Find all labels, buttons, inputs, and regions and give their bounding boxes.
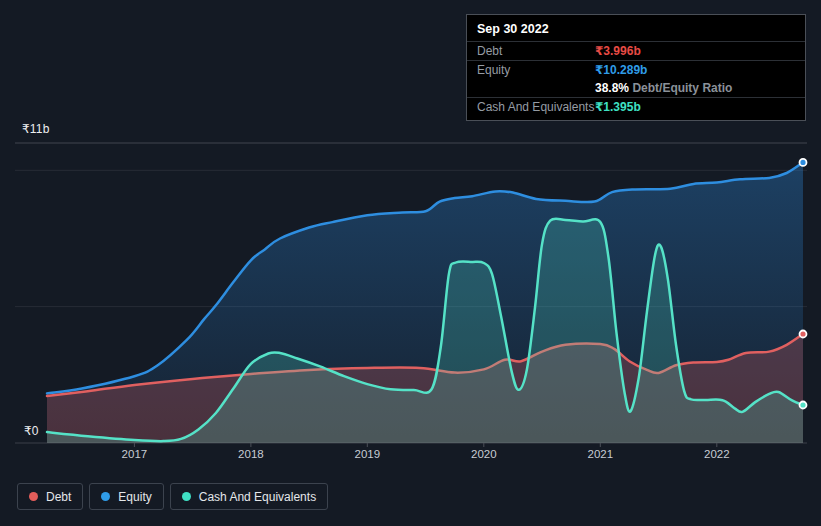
legend-item-cash[interactable]: Cash And Equivalents [170,483,328,510]
legend-item-label: Debt [46,490,71,504]
tooltip-row-equity: Equity ₹10.289b [467,61,805,79]
tooltip-row-debt: Debt ₹3.996b [467,42,805,61]
cash-end-marker[interactable] [800,402,807,409]
equity-legend-dot-icon [101,492,110,501]
x-axis-label-2021: 2021 [588,448,614,460]
debt-equity-ratio-label: Debt/Equity Ratio [632,81,732,95]
tooltip-date: Sep 30 2022 [467,15,805,42]
cash-legend-dot-icon [182,492,191,501]
tooltip-cash-value: ₹1.395b [595,100,641,114]
y-axis-label-zero: ₹0 [24,424,39,438]
debt-end-marker[interactable] [800,331,807,338]
tooltip-debt-label: Debt [477,44,595,58]
legend-item-label: Equity [118,490,151,504]
debt-equity-ratio-value: 38.8% [595,81,629,95]
x-axis-label-2019: 2019 [355,448,381,460]
debt-legend-dot-icon [29,492,38,501]
legend-item-debt[interactable]: Debt [17,483,83,510]
tooltip-row-ratio: 38.8% Debt/Equity Ratio [467,79,805,98]
tooltip-debt-value: ₹3.996b [595,44,641,58]
x-axis-label-2018: 2018 [238,448,264,460]
y-axis-label-top: ₹11b [22,122,50,136]
tooltip-equity-label: Equity [477,63,595,77]
equity-end-marker[interactable] [800,159,807,166]
x-axis-label-2017: 2017 [122,448,148,460]
x-axis-label-2022: 2022 [704,448,730,460]
chart-tooltip: Sep 30 2022 Debt ₹3.996b Equity ₹10.289b… [466,14,806,121]
legend-item-equity[interactable]: Equity [89,483,163,510]
x-axis-label-2020: 2020 [471,448,497,460]
tooltip-row-cash: Cash And Equivalents ₹1.395b [467,98,805,116]
legend: DebtEquityCash And Equivalents [17,483,328,510]
tooltip-cash-label: Cash And Equivalents [477,100,595,114]
tooltip-equity-value: ₹10.289b [595,63,647,77]
legend-item-label: Cash And Equivalents [199,490,316,504]
